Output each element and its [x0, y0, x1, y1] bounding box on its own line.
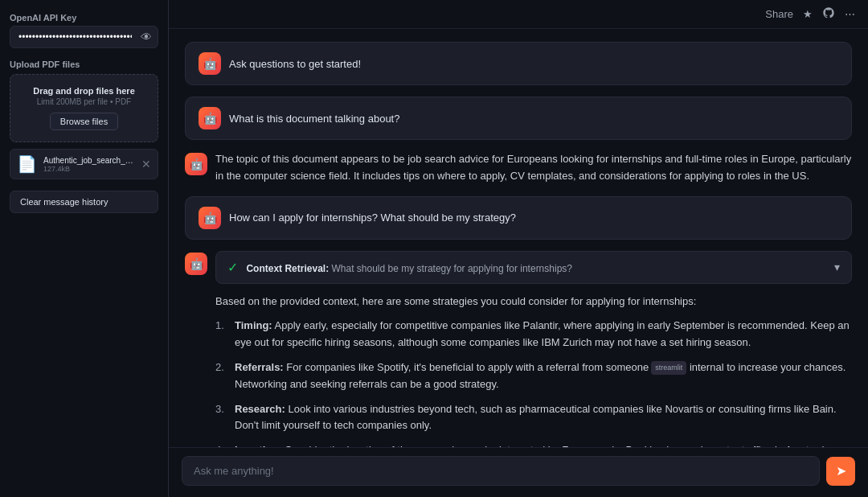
file-name: Authentic_job_search_e... — [43, 156, 135, 165]
list-text-3: Research: Look into various industries b… — [235, 401, 852, 435]
answer-text-1: The topic of this document appears to be… — [215, 151, 852, 185]
api-key-input[interactable] — [10, 26, 158, 48]
api-key-label: OpenAI API Key — [10, 13, 158, 23]
share-label: Share — [765, 8, 793, 20]
more-icon: ⋯ — [845, 8, 855, 20]
context-value: What should be my strategy for applying … — [332, 263, 572, 274]
upload-section: Upload PDF files Drag and drop files her… — [10, 60, 158, 179]
answer-content-2: ✓ Context Retrieval: What should be my s… — [215, 251, 852, 447]
main-area: Share ★ ⋯ 🤖 Ask questions to get started… — [169, 0, 868, 497]
list-text-2: Referrals: For companies like Spotify, i… — [235, 359, 852, 393]
bot-avatar-a1: 🤖 — [185, 153, 207, 175]
context-label-strong: Context Retrieval: — [246, 263, 329, 274]
browse-files-button[interactable]: Browse files — [50, 113, 118, 130]
list-num-2: 2. — [215, 359, 228, 393]
file-remove-button[interactable]: ✕ — [141, 158, 151, 170]
send-button[interactable]: ➤ — [826, 457, 855, 486]
input-bar: ➤ — [169, 447, 868, 497]
drop-zone-title: Drag and drop files here — [18, 86, 149, 96]
list-item: 3. Research: Look into various industrie… — [215, 401, 852, 435]
list-text-1: Timing: Apply early, especially for comp… — [235, 318, 852, 351]
suggestion-pill[interactable]: 🤖 Ask questions to get started! — [185, 42, 852, 85]
context-retrieval-box[interactable]: ✓ Context Retrieval: What should be my s… — [215, 251, 852, 284]
bot-avatar-q1: 🤖 — [199, 107, 221, 129]
file-info: Authentic_job_search_e... 127.4kB — [43, 156, 135, 173]
clear-message-history-button[interactable]: Clear message history — [10, 191, 158, 213]
api-key-section: OpenAI API Key 👁 — [10, 13, 158, 48]
bot-avatar-suggestion: 🤖 — [199, 52, 221, 75]
star-icon: ★ — [803, 8, 813, 20]
answer-block-2: 🤖 ✓ Context Retrieval: What should be my… — [185, 251, 852, 447]
github-button[interactable] — [822, 6, 835, 22]
bot-avatar-q2: 🤖 — [199, 207, 221, 229]
answer-content-1: The topic of this document appears to be… — [215, 151, 852, 185]
suggestion-text: Ask questions to get started! — [229, 58, 361, 70]
question-text-1: What is this document talking about? — [229, 113, 399, 125]
list-item: 2. Referrals: For companies like Spotify… — [215, 359, 852, 393]
chevron-down-icon: ▾ — [834, 261, 840, 273]
context-check-icon: ✓ — [227, 261, 238, 274]
api-key-input-wrapper: 👁 — [10, 26, 158, 48]
context-info: ✓ Context Retrieval: What should be my s… — [227, 260, 572, 275]
sidebar: OpenAI API Key 👁 Upload PDF files Drag a… — [0, 0, 169, 497]
drop-zone-subtitle: Limit 200MB per file • PDF — [18, 97, 149, 106]
streamlit-badge: streamlit — [651, 361, 686, 374]
file-icon: 📄 — [17, 154, 37, 174]
list-item: 1. Timing: Apply early, especially for c… — [215, 318, 852, 351]
toggle-password-button[interactable]: 👁 — [139, 30, 154, 44]
send-icon: ➤ — [836, 463, 846, 479]
question-row-1: 🤖 What is this document talking about? — [185, 97, 852, 140]
chat-area: 🤖 Ask questions to get started! 🤖 What i… — [169, 29, 868, 447]
more-options-button[interactable]: ⋯ — [845, 8, 855, 20]
question-row-2: 🤖 How can I apply for internships? What … — [185, 196, 852, 240]
answer-intro-text: Based on the provided context, here are … — [215, 294, 852, 310]
context-label: Context Retrieval: What should be my str… — [246, 263, 572, 274]
answer-list: 1. Timing: Apply early, especially for c… — [215, 318, 852, 447]
question-text-2: How can I apply for internships? What sh… — [229, 212, 516, 224]
list-num-1: 1. — [215, 318, 228, 351]
list-num-3: 3. — [215, 401, 228, 435]
topbar: Share ★ ⋯ — [169, 0, 868, 29]
upload-label: Upload PDF files — [10, 60, 158, 69]
github-icon — [822, 6, 835, 22]
file-size: 127.4kB — [43, 165, 135, 173]
answer-block-1: 🤖 The topic of this document appears to … — [185, 151, 852, 185]
bot-avatar-a2: 🤖 — [185, 253, 207, 275]
star-button[interactable]: ★ — [803, 8, 813, 20]
file-item: 📄 Authentic_job_search_e... 127.4kB ✕ — [10, 149, 158, 179]
drop-zone[interactable]: Drag and drop files here Limit 200MB per… — [10, 74, 158, 142]
chat-input[interactable] — [182, 456, 820, 486]
